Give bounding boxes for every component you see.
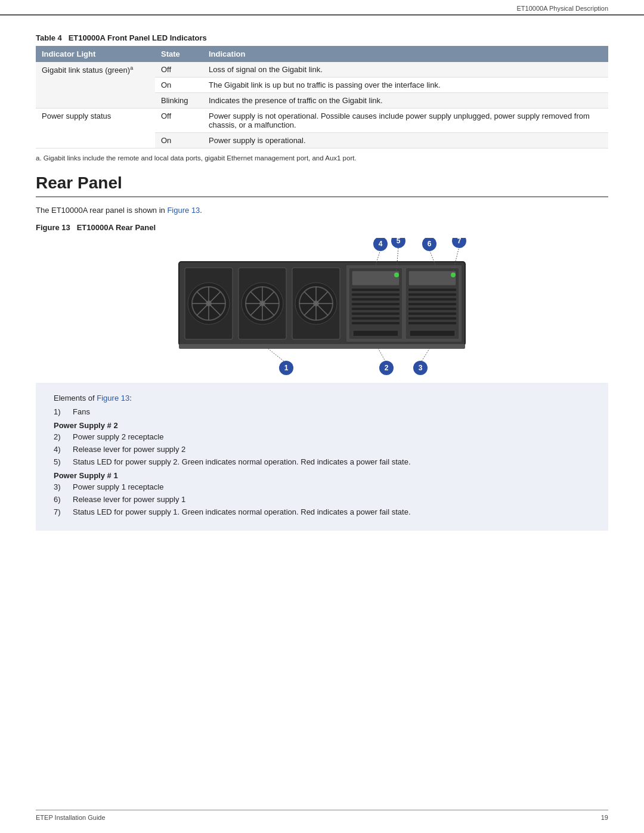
footer-left: ETEP Installation Guide (36, 814, 106, 821)
list-item: 5) Status LED for power supply 2. Green … (54, 457, 590, 466)
svg-rect-41 (408, 293, 456, 296)
svg-rect-34 (352, 317, 400, 320)
svg-rect-50 (179, 344, 465, 349)
footer-right: 19 (601, 814, 608, 821)
section-intro: The ET10000A rear panel is shown in Figu… (36, 206, 608, 215)
svg-rect-43 (408, 303, 456, 305)
rear-panel-heading: Rear Panel (36, 174, 608, 197)
table-header-row: Indicator Light State Indication (36, 46, 608, 62)
main-content: Table 4 ET10000A Front Panel LED Indicat… (0, 16, 644, 566)
svg-text:7: 7 (457, 238, 462, 245)
indication-on-1: The Gigabit link is up but no traffic is… (203, 78, 608, 93)
svg-rect-49 (410, 330, 455, 336)
svg-rect-35 (352, 322, 400, 324)
list-item: 7) Status LED for power supply 1. Green … (54, 507, 590, 516)
svg-rect-29 (352, 293, 400, 296)
indication-blinking: Indicates the presence of traffic on the… (203, 93, 608, 109)
figure-caption: Figure 13 ET10000A Rear Panel (36, 223, 608, 232)
state-off-1: Off (155, 62, 203, 78)
state-on-2: On (155, 133, 203, 148)
col-indication: Indication (203, 46, 608, 62)
page-footer: ETEP Installation Guide 19 (36, 810, 608, 821)
svg-text:6: 6 (428, 240, 432, 248)
table-label: Table 4 (36, 33, 69, 42)
page-header: ET10000A Physical Description (0, 0, 644, 16)
svg-rect-47 (408, 322, 456, 324)
svg-text:4: 4 (379, 240, 383, 248)
state-on-1: On (155, 78, 203, 93)
svg-text:3: 3 (419, 364, 423, 372)
svg-rect-39 (408, 271, 456, 286)
elements-list-ps2: 2) Power supply 2 receptacle 4) Release … (54, 432, 590, 466)
col-indicator: Indicator Light (36, 46, 155, 62)
figure-13-link-intro[interactable]: Figure 13 (167, 206, 200, 215)
indication-on-2: Power supply is operational. (203, 133, 608, 148)
state-blinking: Blinking (155, 93, 203, 109)
svg-point-48 (451, 272, 456, 277)
indication-off-1: Loss of signal on the Gigabit link. (203, 62, 608, 78)
svg-point-36 (394, 272, 399, 277)
svg-rect-30 (352, 298, 400, 301)
indication-off-2: Power supply is not operational. Possibl… (203, 109, 608, 133)
svg-text:2: 2 (385, 364, 389, 372)
elements-list: 1) Fans (54, 407, 590, 416)
figure-13-link-elements[interactable]: Figure 13 (97, 394, 129, 402)
rear-panel-figure: 1 2 3 4 5 6 7 (167, 238, 477, 377)
list-item: 2) Power supply 2 receptacle (54, 432, 590, 441)
svg-rect-40 (408, 289, 456, 291)
table-row: Gigabit link status (green)a Off Loss of… (36, 62, 608, 78)
col-state: State (155, 46, 203, 62)
svg-rect-31 (352, 303, 400, 305)
elements-list-ps1: 3) Power supply 1 receptacle 6) Release … (54, 482, 590, 516)
list-item: 3) Power supply 1 receptacle (54, 482, 590, 491)
svg-rect-33 (352, 312, 400, 315)
list-item: 6) Release lever for power supply 1 (54, 495, 590, 504)
svg-rect-44 (408, 308, 456, 310)
svg-rect-32 (352, 308, 400, 310)
power-supply-2-heading: Power Supply # 2 (54, 421, 590, 430)
table-footnote: a. Gigabit links include the remote and … (36, 154, 608, 162)
indicator-power: Power supply status (36, 109, 155, 148)
svg-rect-28 (352, 289, 400, 291)
indicator-gigabit: Gigabit link status (green)a (36, 62, 155, 109)
header-title: ET10000A Physical Description (517, 5, 608, 12)
power-supply-1-heading: Power Supply # 1 (54, 471, 590, 480)
state-off-2: Off (155, 109, 203, 133)
list-item: 4) Release lever for power supply 2 (54, 445, 590, 454)
svg-rect-42 (408, 298, 456, 301)
svg-rect-27 (352, 271, 400, 286)
rear-panel-svg: 1 2 3 4 5 6 7 (167, 238, 477, 375)
elements-header: Elements of Figure 13: (54, 394, 590, 402)
elements-section: Elements of Figure 13: 1) Fans Power Sup… (36, 383, 608, 531)
svg-rect-45 (408, 312, 456, 315)
svg-rect-46 (408, 317, 456, 320)
svg-text:1: 1 (284, 364, 289, 372)
page-container: ET10000A Physical Description Table 4 ET… (0, 0, 644, 833)
table-row: Power supply status Off Power supply is … (36, 109, 608, 133)
led-table: Indicator Light State Indication Gigabit… (36, 46, 608, 148)
list-item: 1) Fans (54, 407, 590, 416)
svg-rect-37 (353, 330, 398, 336)
table-title: Table 4 ET10000A Front Panel LED Indicat… (36, 33, 608, 42)
svg-text:5: 5 (397, 238, 401, 245)
